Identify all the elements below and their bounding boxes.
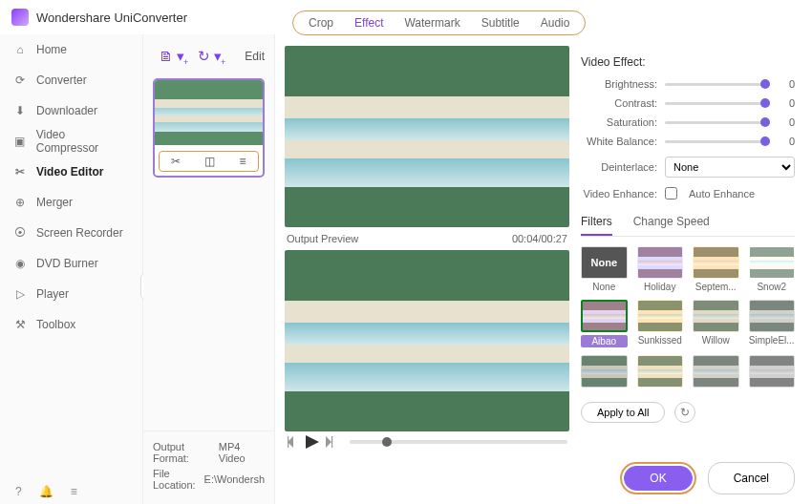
sidebar-item-home[interactable]: ⌂Home <box>0 34 142 65</box>
saturation-slider[interactable] <box>665 121 770 124</box>
sidebar-item-label: DVD Burner <box>36 257 98 270</box>
sidebar-footer: ? 🔔 ≡ <box>0 485 142 498</box>
tab-crop[interactable]: Crop <box>309 16 333 30</box>
tab-effect[interactable]: Effect <box>354 16 383 30</box>
timeline-slider[interactable] <box>350 440 567 444</box>
editor-tabs: Crop Effect Watermark Subtitle Audio <box>275 0 812 46</box>
edit-link[interactable]: Edit <box>245 50 265 63</box>
sidebar-item-label: Home <box>36 43 67 56</box>
filter-sunkissed[interactable]: Sunkissed <box>637 300 684 347</box>
sidebar: ⌂Home ⟳Converter ⬇Downloader ▣Video Comp… <box>0 34 143 504</box>
more-icon[interactable]: ≡ <box>239 155 246 168</box>
dvd-icon: ◉ <box>13 257 27 270</box>
filter-item[interactable] <box>693 355 739 390</box>
filter-holiday[interactable]: Holiday <box>637 246 684 292</box>
filter-item[interactable] <box>749 355 796 390</box>
add-file-button[interactable]: 🗎+ ▾ <box>159 48 184 65</box>
editor-tab-pill: Crop Effect Watermark Subtitle Audio <box>292 10 586 35</box>
brightness-label: Brightness: <box>581 78 657 90</box>
saturation-label: Saturation: <box>581 116 657 128</box>
sidebar-item-compressor[interactable]: ▣Video Compressor <box>0 126 142 157</box>
filter-thumb <box>749 246 796 279</box>
filter-label: Holiday <box>637 282 684 292</box>
auto-enhance-checkbox[interactable] <box>665 187 677 200</box>
svg-rect-1 <box>331 436 332 448</box>
tab-watermark[interactable]: Watermark <box>404 16 459 30</box>
prev-frame-button[interactable] <box>287 435 300 449</box>
enhance-label: Video Enhance: <box>581 188 657 200</box>
sidebar-item-label: Downloader <box>36 104 97 117</box>
preview-time: 00:04/00:27 <box>512 233 567 244</box>
sidebar-item-toolbox[interactable]: ⚒Toolbox <box>0 309 142 340</box>
filter-simpleel[interactable]: SimpleEl... <box>749 300 796 347</box>
clip-thumbnail[interactable]: ✂ ◫ ≡ <box>153 78 265 178</box>
subtab-speed[interactable]: Change Speed <box>633 211 710 236</box>
output-settings: Output Format:MP4 Video File Location:E:… <box>143 430 274 504</box>
sidebar-item-editor[interactable]: ✂Video Editor <box>0 157 142 187</box>
contrast-slider[interactable] <box>665 102 770 105</box>
whitebalance-slider[interactable] <box>665 140 770 143</box>
tab-audio[interactable]: Audio <box>541 16 570 30</box>
filter-aibao[interactable]: Aibao <box>581 300 628 347</box>
crop-icon[interactable]: ◫ <box>204 155 215 168</box>
toolbox-icon: ⚒ <box>13 318 27 331</box>
clip-toolbar: 🗎+ ▾ ↻+ ▾ Edit <box>143 34 274 73</box>
filter-none[interactable]: NoneNone <box>581 246 628 292</box>
sidebar-item-label: Player <box>36 287 69 301</box>
sidebar-item-player[interactable]: ▷Player <box>0 279 142 309</box>
filter-label: Snow2 <box>749 282 796 292</box>
contrast-value: 0 <box>778 97 795 109</box>
cancel-button[interactable]: Cancel <box>708 462 795 494</box>
sidebar-item-converter[interactable]: ⟳Converter <box>0 65 142 95</box>
whitebalance-label: White Balance: <box>581 136 657 147</box>
filter-item[interactable] <box>637 355 684 390</box>
sidebar-item-merger[interactable]: ⊕Merger <box>0 187 142 218</box>
filter-willow[interactable]: Willow <box>693 300 739 347</box>
sidebar-item-recorder[interactable]: ⦿Screen Recorder <box>0 218 142 248</box>
filter-label: None <box>581 282 628 292</box>
next-frame-button[interactable] <box>325 435 338 449</box>
sidebar-item-label: Merger <box>36 196 73 209</box>
tab-subtitle[interactable]: Subtitle <box>481 16 520 30</box>
clip-panel: 🗎+ ▾ ↻+ ▾ Edit ✂ ◫ ≡ Output Format:MP4 V… <box>143 34 275 504</box>
filter-thumb <box>637 355 684 388</box>
editor-icon: ✂ <box>13 165 27 178</box>
sidebar-item-downloader[interactable]: ⬇Downloader <box>0 95 142 126</box>
apply-to-all-button[interactable]: Apply to All <box>581 402 665 423</box>
player-icon: ▷ <box>13 287 27 301</box>
file-location-label: File Location: <box>153 468 201 491</box>
compressor-icon: ▣ <box>13 135 27 148</box>
controls-column: Video Effect: Brightness:0 Contrast:0 Sa… <box>581 46 795 449</box>
reset-icon[interactable]: ↻ <box>674 402 695 423</box>
subtab-filters[interactable]: Filters <box>581 211 612 236</box>
filter-thumb <box>637 300 684 332</box>
menu-icon[interactable]: ≡ <box>71 485 77 498</box>
output-preview-label: Output Preview <box>287 233 358 244</box>
filter-item[interactable] <box>581 355 628 390</box>
sidebar-item-dvd[interactable]: ◉DVD Burner <box>0 248 142 279</box>
filter-thumb <box>581 300 628 332</box>
output-format-value[interactable]: MP4 Video <box>219 441 265 464</box>
filter-thumb <box>693 246 739 279</box>
brightness-slider[interactable] <box>665 83 770 86</box>
add-folder-button[interactable]: ↻+ ▾ <box>198 48 222 65</box>
bell-icon[interactable]: 🔔 <box>39 485 53 498</box>
filter-label: Sunkissed <box>637 335 684 346</box>
play-controls <box>285 431 569 449</box>
saturation-value: 0 <box>778 116 795 128</box>
filter-september[interactable]: Septem... <box>693 246 739 292</box>
file-location-value[interactable]: E:\Wondersh <box>204 473 265 485</box>
help-icon[interactable]: ? <box>15 485 22 498</box>
play-button[interactable] <box>306 435 319 449</box>
effect-editor: Crop Effect Watermark Subtitle Audio Out… <box>275 0 812 504</box>
app-logo <box>11 9 29 26</box>
ok-button[interactable]: OK <box>624 466 692 491</box>
filter-subtabs: Filters Change Speed <box>581 211 795 237</box>
filter-snow2[interactable]: Snow2 <box>749 246 796 292</box>
filter-grid: NoneNone Holiday Septem... Snow2 Aibao S… <box>581 246 795 390</box>
thumbnail-tools: ✂ ◫ ≡ <box>159 151 259 172</box>
cut-icon[interactable]: ✂ <box>171 155 181 168</box>
deinterlace-select[interactable]: None <box>665 157 795 178</box>
brightness-value: 0 <box>778 78 795 90</box>
filter-thumb <box>749 300 796 332</box>
